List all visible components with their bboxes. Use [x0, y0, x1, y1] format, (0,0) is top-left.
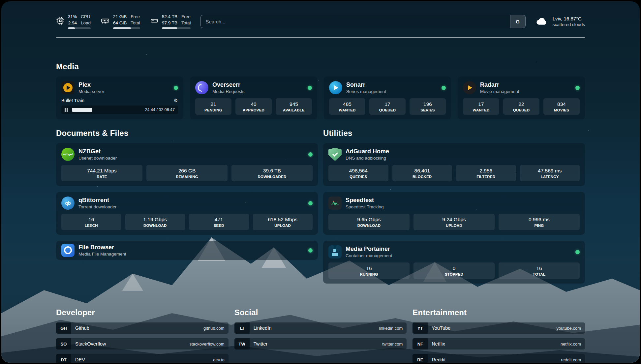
qbittorrent-icon: qb — [61, 197, 75, 210]
stat-label: MOVIES — [545, 108, 578, 112]
bookmark-name: Reddit — [432, 357, 445, 362]
plex-icon — [61, 81, 75, 94]
stat: 485 WANTED — [329, 98, 365, 115]
service-card-overseerr[interactable]: Overseerr Media Requests 21 PENDING 40 A… — [190, 76, 317, 119]
stat: 0.993 ms PING — [499, 214, 580, 230]
stat: 2,956 FILTERED — [456, 165, 516, 181]
portainer-icon — [328, 245, 342, 258]
stat-label: RATE — [63, 175, 141, 179]
stat: 9.65 Gbps DOWNLOAD — [328, 214, 410, 230]
service-card-adguard[interactable]: AdGuard Home DNS and adblocking 498,564 … — [323, 143, 585, 186]
stat-label: AVAILABLE — [277, 108, 311, 112]
stat-label: RUNNING — [330, 272, 408, 276]
bookmark-name: YouTube — [432, 325, 450, 331]
section-title-social: Social — [234, 308, 407, 317]
stat-label: WANTED — [464, 108, 498, 112]
bookmark-dev[interactable]: DT DEV dev.to — [56, 354, 229, 363]
stat: 0 STOPPED — [413, 262, 495, 279]
playback-progress-bar[interactable]: 24:44 / 02:06:47 — [61, 106, 178, 114]
service-card-portainer[interactable]: Media Portainer Container management 16 … — [323, 241, 585, 284]
bookmark-linkedin[interactable]: LI LinkedIn linkedin.com — [234, 322, 407, 334]
bookmark-group-social: Social LI LinkedIn linkedin.com TW Twitt… — [234, 308, 407, 363]
service-title: Speedtest — [346, 197, 384, 204]
weather-widget[interactable]: Lviv, 16.87°C scattered clouds — [535, 16, 585, 27]
status-dot — [442, 86, 446, 90]
stat: 17 QUEUED — [369, 98, 406, 115]
stat-label: STOPPED — [415, 272, 493, 276]
pause-icon[interactable] — [65, 108, 68, 112]
overseerr-icon — [195, 81, 208, 94]
stat: 266 GB REMAINING — [146, 165, 228, 181]
search-provider-button[interactable]: G — [510, 15, 525, 28]
stat-value: 744.21 Mbps — [63, 168, 141, 174]
stat-label: WANTED — [330, 108, 364, 112]
stat-label: PENDING — [197, 108, 230, 112]
ram-free-label: Free — [131, 14, 140, 20]
disk-total-label: Total — [181, 20, 191, 26]
bookmark-domain: netflix.com — [561, 342, 581, 347]
disk-progress-bar — [162, 27, 191, 29]
stat-value: 196 — [411, 101, 444, 107]
bookmark-abbr: TW — [234, 338, 250, 349]
bookmark-abbr: DT — [56, 354, 71, 363]
stat-label: FILTERED — [457, 175, 515, 179]
stat-value: 17 — [371, 101, 404, 107]
service-subtitle: DNS and adblocking — [346, 156, 389, 161]
stat: 945 AVAILABLE — [276, 98, 312, 115]
ram-total-label: Total — [131, 20, 140, 26]
stat: 21 PENDING — [195, 98, 231, 115]
service-card-nzbget[interactable]: nzbget NZBGet Usenet downloader 744.21 M… — [56, 143, 318, 186]
stat-label: LATENCY — [521, 175, 579, 179]
bookmark-name: LinkedIn — [254, 325, 272, 331]
stat-label: BLOCKED — [394, 175, 451, 179]
stat-value: 39.6 TB — [233, 168, 311, 174]
stat-value: 21 — [197, 101, 230, 107]
status-dot — [308, 152, 313, 157]
stat-label: UPLOAD — [254, 224, 312, 228]
bookmark-domain: linkedin.com — [379, 326, 403, 331]
search-input[interactable] — [201, 15, 510, 28]
bookmark-youtube[interactable]: YT YouTube youtube.com — [412, 322, 585, 334]
section-title-media: Media — [56, 62, 585, 71]
now-playing-widget: Bullet Train ⚙ 24:44 / 02:06:47 — [61, 98, 178, 114]
bookmark-name: StackOverflow — [75, 341, 106, 347]
speedtest-icon — [328, 197, 342, 210]
stat: 47.569 ms LATENCY — [520, 165, 580, 181]
bookmark-twitter[interactable]: TW Twitter twitter.com — [234, 338, 407, 349]
bookmark-domain: stackoverflow.com — [189, 342, 224, 347]
status-dot — [575, 86, 580, 90]
stat: 834 MOVIES — [543, 98, 580, 115]
ram-icon — [101, 16, 110, 26]
service-subtitle: Torrent downloader — [78, 204, 117, 209]
service-title: Overseerr — [212, 81, 245, 89]
playback-time: 24:44 / 02:06:47 — [145, 107, 175, 112]
dashboard: 31% CPU 2.94 Load — [1, 1, 640, 363]
bookmark-abbr: YT — [412, 322, 428, 334]
stat-label: LEECH — [63, 224, 120, 228]
stat-value: 47.569 ms — [521, 168, 579, 174]
service-title: Media Portainer — [346, 246, 392, 253]
bookmark-netflix[interactable]: NF Netflix netflix.com — [412, 338, 585, 349]
bookmark-domain: dev.to — [213, 357, 224, 362]
stat-value: 498,564 — [330, 168, 387, 174]
service-card-plex[interactable]: Plex Media server Bullet Train ⚙ — [56, 76, 183, 119]
bookmark-reddit[interactable]: RE Reddit reddit.com — [412, 354, 585, 363]
gear-icon[interactable]: ⚙ — [174, 98, 178, 104]
service-card-sonarr[interactable]: Sonarr Series management 485 WANTED 17 Q… — [324, 76, 451, 119]
bookmark-stackoverflow[interactable]: SO StackOverflow stackoverflow.com — [56, 338, 229, 349]
bookmark-abbr: LI — [234, 322, 250, 334]
sonarr-icon — [329, 81, 342, 94]
stat-label: APPROVED — [237, 108, 270, 112]
service-card-radarr[interactable]: Radarr Movie management 17 WANTED 22 QUE… — [458, 76, 585, 119]
service-subtitle: Media Requests — [212, 89, 245, 94]
service-card-speedtest[interactable]: Speedtest Speedtest Tracking 9.65 Gbps D… — [323, 192, 585, 235]
service-card-filebrowser[interactable]: File Browser Media File Management — [56, 241, 318, 260]
ram-monitor: 21 GiB Free 64 GiB Total — [101, 14, 140, 29]
stat-label: DOWNLOAD — [127, 224, 184, 228]
stat-label: QUEUED — [504, 108, 538, 112]
bookmark-github[interactable]: GH Github github.com — [56, 322, 229, 334]
stat-label: QUERIES — [330, 175, 387, 179]
stat: 16 TOTAL — [499, 262, 580, 279]
stat-value: 40 — [237, 101, 270, 107]
service-card-qbittorrent[interactable]: qb qBittorrent Torrent downloader 16 LEE… — [56, 192, 318, 235]
